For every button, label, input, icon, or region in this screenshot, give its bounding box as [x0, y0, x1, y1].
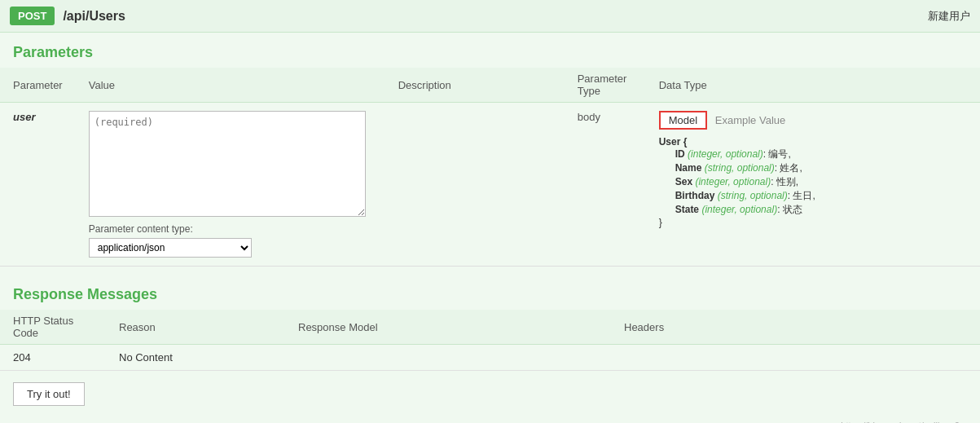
col-headers: Headers: [611, 310, 980, 345]
model-field-name: Name (string, optional): 姓名,: [675, 161, 967, 175]
param-data-type-cell: Model Example Value User { ID (integer, …: [646, 103, 980, 267]
col-reason: Reason: [106, 310, 285, 345]
action-link[interactable]: 新建用户: [928, 9, 970, 24]
response-model-cell: [285, 345, 611, 371]
model-button[interactable]: Model: [659, 111, 707, 130]
response-row: 204 No Content: [0, 345, 980, 371]
table-row: user Parameter content type: application…: [0, 103, 980, 267]
param-name: user: [13, 111, 35, 123]
model-field-sex: Sex (integer, optional): 性别,: [675, 175, 967, 189]
parameters-section-title: Parameters: [0, 33, 980, 68]
main-content: Parameters Parameter Value Description P…: [0, 33, 980, 423]
param-type-cell: body: [565, 103, 646, 267]
response-reason: No Content: [106, 345, 285, 371]
param-value-cell: Parameter content type: application/json…: [76, 103, 385, 267]
response-status-code: 204: [0, 345, 106, 371]
response-headers-cell: [611, 345, 980, 371]
endpoint-path: /api/Users: [63, 9, 125, 24]
http-method-badge: POST: [10, 7, 55, 25]
api-header: POST /api/Users 新建用户: [0, 0, 980, 33]
model-field-id: ID (integer, optional): 编号,: [675, 148, 967, 161]
example-value-button[interactable]: Example Value: [715, 114, 785, 126]
data-type-buttons: Model Example Value: [659, 111, 967, 130]
content-type-label: Parameter content type:: [89, 223, 372, 235]
model-detail: User { ID (integer, optional): 编号, Name …: [659, 136, 967, 228]
col-status-code: HTTP Status Code: [0, 310, 106, 345]
response-table: HTTP Status Code Reason Response Model H…: [0, 310, 980, 371]
col-parameter: Parameter: [0, 68, 76, 103]
col-response-model: Response Model: [285, 310, 611, 345]
model-class-close: }: [659, 217, 967, 228]
col-description: Description: [385, 68, 565, 103]
response-section-title: Response Messages: [0, 275, 980, 310]
model-field-state: State (integer, optional): 状态: [675, 203, 967, 217]
parameters-table: Parameter Value Description Parameter Ty…: [0, 68, 980, 267]
content-type-select[interactable]: application/json text/json: [89, 238, 252, 258]
param-name-cell: user: [0, 103, 76, 267]
model-class-open: User {: [659, 136, 967, 148]
param-value-textarea[interactable]: [89, 111, 366, 217]
model-field-birthday: Birthday (string, optional): 生日,: [675, 189, 967, 203]
param-description-cell: [385, 103, 565, 267]
try-it-out-button[interactable]: Try it out!: [13, 382, 85, 406]
footer-watermark: https://blog.csdn.net/guliiang2...: [0, 417, 980, 423]
col-data-type: Data Type: [646, 68, 980, 103]
response-section: Response Messages HTTP Status Code Reaso…: [0, 275, 980, 371]
col-parameter-type: Parameter Type: [565, 68, 646, 103]
col-value: Value: [76, 68, 385, 103]
